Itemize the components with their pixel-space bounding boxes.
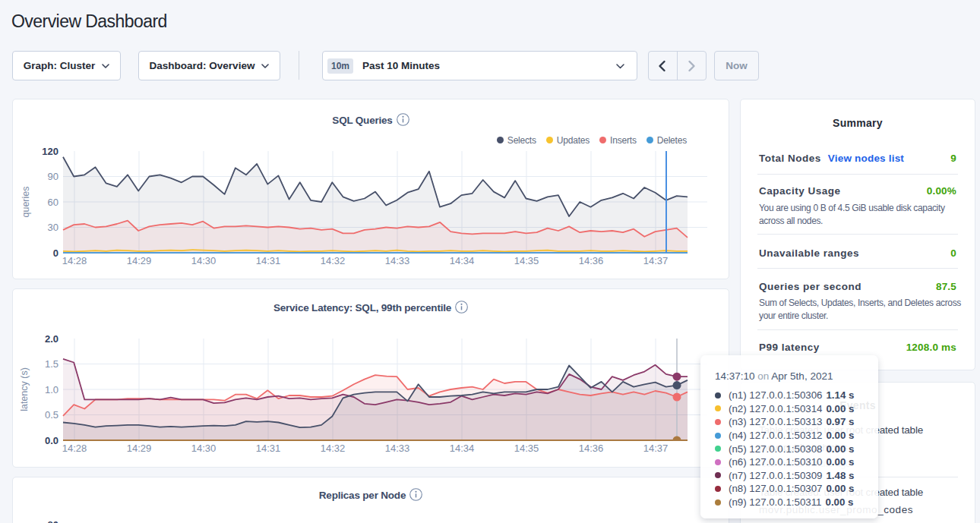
svg-text:14:31: 14:31 bbox=[256, 443, 281, 454]
svg-text:0: 0 bbox=[53, 247, 58, 259]
svg-text:14:28: 14:28 bbox=[62, 255, 87, 266]
svg-text:2.0: 2.0 bbox=[45, 333, 58, 345]
svg-text:30: 30 bbox=[48, 222, 58, 233]
svg-text:14:34: 14:34 bbox=[450, 255, 475, 266]
svg-text:14:37: 14:37 bbox=[643, 443, 669, 454]
svg-text:14:32: 14:32 bbox=[321, 443, 346, 454]
svg-text:1.0: 1.0 bbox=[45, 384, 58, 395]
svg-text:14:35: 14:35 bbox=[514, 255, 539, 266]
svg-text:1.5: 1.5 bbox=[45, 358, 58, 370]
svg-text:14:28: 14:28 bbox=[62, 443, 87, 454]
svg-text:14:35: 14:35 bbox=[514, 443, 539, 454]
svg-text:14:33: 14:33 bbox=[385, 443, 410, 454]
svg-text:14:33: 14:33 bbox=[385, 255, 410, 266]
svg-text:14:30: 14:30 bbox=[191, 255, 217, 266]
svg-text:14:29: 14:29 bbox=[127, 443, 152, 454]
svg-text:queries: queries bbox=[21, 187, 31, 218]
svg-text:60: 60 bbox=[48, 197, 58, 208]
svg-text:0.0: 0.0 bbox=[45, 435, 58, 446]
svg-text:14:37: 14:37 bbox=[643, 255, 669, 266]
svg-text:latency (s): latency (s) bbox=[19, 367, 30, 411]
svg-text:14:31: 14:31 bbox=[256, 255, 281, 266]
svg-text:120: 120 bbox=[42, 146, 58, 157]
svg-text:14:30: 14:30 bbox=[191, 443, 217, 454]
svg-text:14:29: 14:29 bbox=[127, 255, 152, 266]
svg-text:14:36: 14:36 bbox=[579, 255, 604, 266]
svg-text:14:36: 14:36 bbox=[579, 443, 604, 454]
svg-text:0.5: 0.5 bbox=[45, 409, 58, 421]
svg-text:90: 90 bbox=[48, 171, 58, 182]
svg-text:14:34: 14:34 bbox=[450, 443, 475, 454]
svg-text:14:32: 14:32 bbox=[321, 255, 346, 266]
